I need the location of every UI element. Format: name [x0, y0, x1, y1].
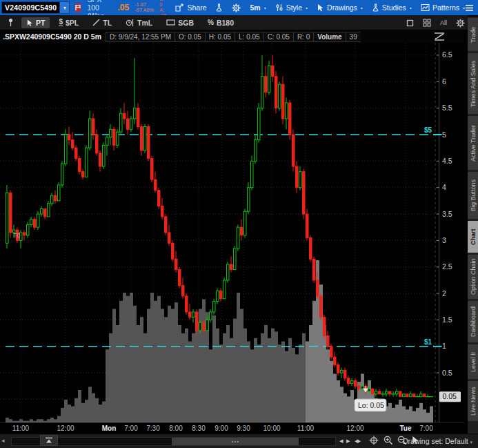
pin-button[interactable] — [4, 17, 17, 28]
symbol-text[interactable]: V240909C5490 — [2, 3, 59, 12]
timeframe-value: 5m — [250, 3, 260, 12]
tool-b180-button[interactable]: % B180 — [203, 17, 239, 28]
candle-body — [275, 77, 278, 108]
grid-layout-icon[interactable] — [423, 19, 431, 27]
sidebar-tab-level-ii[interactable]: Level II — [468, 344, 478, 379]
cursor-icon — [26, 19, 33, 27]
menu-icon[interactable] — [465, 4, 474, 12]
step-left-icon[interactable]: ◂ — [339, 436, 343, 445]
scroll-to-start-button[interactable] — [40, 435, 58, 446]
volume-bar — [278, 344, 281, 422]
candle-body — [279, 84, 281, 108]
volume-bar — [161, 309, 164, 423]
volume-bar — [78, 390, 81, 422]
tool-sgb-button[interactable]: SGB — [161, 17, 199, 28]
price-chart[interactable]: T06.565.554.543.532.521.510.5-0.5$5$10.0… — [0, 43, 464, 422]
chart-mode-icon[interactable] — [434, 32, 445, 41]
symbol-dropdown-icon[interactable]: ▼ — [59, 2, 69, 13]
volume-bar — [419, 403, 423, 422]
volume-bar — [412, 411, 416, 422]
sidebar-tab-trade[interactable]: Trade — [468, 18, 478, 51]
volume-bar — [423, 409, 426, 422]
price-tick-label: 3 — [442, 236, 446, 244]
tool-tml-button[interactable]: TmL — [121, 17, 157, 28]
step-right-icon[interactable]: ▸ — [346, 436, 350, 445]
volume-bar — [233, 319, 237, 422]
candle-body — [72, 140, 74, 148]
time-axis[interactable]: 11:0012:00Mon7:007:308:008:309:009:3010:… — [0, 422, 464, 434]
sidebar-tab-big-buttons[interactable]: Big Buttons — [468, 172, 478, 219]
time-tick-label: 8:00 — [169, 425, 182, 432]
candle-body — [251, 161, 254, 187]
scrollbar-thumb[interactable] — [172, 438, 299, 445]
volume-bar — [268, 338, 271, 422]
candle-body — [241, 227, 243, 235]
price-level-label: $1 — [424, 338, 432, 346]
tool-tl-button[interactable]: TL — [88, 17, 117, 28]
percent-icon: % — [208, 19, 214, 26]
volume-bar — [102, 401, 106, 422]
drawing-set-selector[interactable]: Drawing set: Default ▾ — [403, 437, 472, 445]
candle-body — [303, 172, 306, 214]
timeframe-dropdown[interactable]: 5m▾ — [250, 3, 266, 12]
sidebar-tab-live-news[interactable]: Live News — [468, 381, 478, 421]
volume-bar — [154, 301, 157, 422]
symbol-input[interactable]: V240909C5490 ▼ — [1, 1, 70, 14]
time-tick-label: Tue — [399, 425, 411, 432]
sidebar-tab-dashboard[interactable]: Dashboard — [468, 301, 478, 342]
all-button[interactable]: All — [440, 19, 447, 26]
candle-body — [375, 391, 378, 394]
patterns-dropdown[interactable]: Patterns▾ — [421, 3, 465, 12]
sidebar-tab-chart[interactable]: Chart — [468, 221, 478, 253]
gadget-sidebar: TradeTimes And SalesActive TraderBig But… — [468, 17, 478, 434]
volume-bar — [237, 293, 240, 422]
candle-body — [68, 135, 71, 140]
settings-button[interactable] — [232, 3, 241, 12]
volume-bar — [68, 405, 71, 422]
volume-bar — [181, 333, 185, 422]
candle-body — [179, 270, 181, 286]
candle-body — [44, 208, 47, 217]
sidebar-tab-times-and-sales[interactable]: Times And Sales — [468, 53, 478, 114]
zoom-in-icon[interactable] — [384, 436, 393, 447]
volume-bar — [323, 325, 326, 422]
tool-pt-button[interactable]: PT — [21, 17, 50, 28]
sidebar-tab-option-chain[interactable]: Option Chain — [468, 255, 478, 299]
time-tick-label: 8:30 — [192, 425, 205, 432]
volume-bar — [247, 342, 250, 423]
crosshair-icon[interactable] — [369, 436, 379, 447]
cursor-icon — [317, 3, 324, 12]
candle-body — [237, 227, 240, 249]
sidebar-tab-active-trader[interactable]: Active Trader — [468, 116, 478, 170]
trendline-icon — [92, 19, 100, 26]
gear-icon[interactable] — [456, 19, 465, 28]
volume-bar — [106, 349, 109, 422]
price-tick-label: 5 — [442, 130, 446, 139]
header-r: R: 0 — [293, 32, 313, 42]
chart-scrollbar[interactable] — [11, 437, 336, 446]
drawings-dropdown[interactable]: Drawings▾ — [317, 3, 363, 12]
candle-body — [82, 172, 85, 177]
onDemand-flask-button[interactable] — [215, 3, 223, 12]
volume-bar — [340, 387, 343, 422]
volume-bar — [337, 380, 340, 422]
alert-badge-icon[interactable] — [75, 3, 81, 12]
maximize-icon[interactable] — [406, 19, 414, 27]
candle-body — [99, 153, 102, 166]
price-tick-label: 0.5 — [442, 369, 452, 377]
pan-icon[interactable]: ◂▸ — [355, 436, 359, 445]
candle-body — [61, 164, 64, 185]
volume-bar — [361, 374, 364, 423]
candle-body — [199, 322, 202, 331]
scroll-left-icon[interactable]: ◂ — [1, 437, 5, 444]
candle-body — [265, 77, 268, 92]
studies-dropdown[interactable]: Studies▾ — [372, 3, 412, 12]
volume-bar — [430, 407, 433, 423]
volume-bar — [209, 349, 212, 422]
candle-body — [337, 365, 340, 373]
volume-bar — [392, 408, 395, 422]
volume-bar — [88, 387, 92, 422]
tool-spl-button[interactable]: $ $PL — [54, 17, 83, 28]
share-button[interactable]: Share — [175, 3, 206, 12]
style-dropdown[interactable]: Style▾ — [275, 3, 308, 12]
